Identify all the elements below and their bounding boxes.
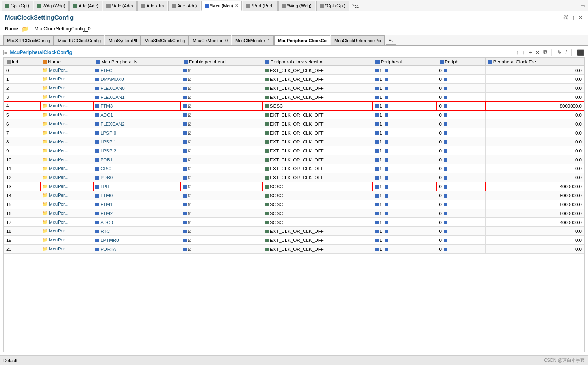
table-row[interactable]: 19📁McuPer...LPTMR0☑EXT_CLK_OR_CLK_OFF1 0… — [4, 236, 584, 245]
cell-enable[interactable]: ☑ — [181, 66, 263, 75]
col-header-clock-sel[interactable]: Peripheral clock selection — [263, 58, 373, 66]
cell-enable[interactable]: ☑ — [181, 155, 263, 164]
cell-enable[interactable]: ☑ — [181, 227, 263, 236]
table-row[interactable]: 12📁McuPer...PDB0☑EXT_CLK_OR_CLK_OFF1 0 0… — [4, 173, 584, 182]
cell-enable[interactable]: ☑ — [181, 93, 263, 102]
cell-peripheral-1: 1 — [373, 93, 437, 102]
tab-wdg[interactable]: Wdg (Wdg) — [34, 1, 69, 11]
inner-tab-overflow[interactable]: »2 — [386, 36, 396, 44]
data-table-wrapper[interactable]: Ind... Name Mcu Peripheral N... Enable p… — [3, 57, 585, 352]
tab-gpt2[interactable]: *Gpt (Gpt) — [316, 1, 349, 11]
cell-enable[interactable]: ☑ — [181, 75, 263, 84]
tab-pll[interactable]: McuSystemPll — [105, 35, 141, 45]
tab-monitor1[interactable]: McuClkMonitor_1 — [232, 35, 274, 45]
edit2-button[interactable]: / — [564, 49, 568, 56]
tab-port[interactable]: *Port (Port) — [243, 1, 278, 11]
cell-enable[interactable]: ☑ — [181, 236, 263, 245]
restore-icon[interactable]: ▭ — [580, 3, 585, 9]
move-up-button[interactable]: ↑ — [515, 49, 520, 56]
tab-reference[interactable]: McuClockReferencePoi — [331, 35, 385, 45]
cell-enable[interactable]: ☑ — [181, 191, 263, 200]
edit1-button[interactable]: ✎ — [556, 49, 563, 56]
table-row[interactable]: 10📁McuPer...PDB1☑EXT_CLK_OR_CLK_OFF1 0 0… — [4, 155, 584, 164]
add-button[interactable]: + — [527, 49, 532, 56]
top-tab-overflow[interactable]: »21 — [350, 2, 361, 9]
cell-clock-selection: SOSC — [263, 200, 373, 209]
table-row[interactable]: 8📁McuPer...LPSPI1☑EXT_CLK_OR_CLK_OFF1 0 … — [4, 137, 584, 146]
table-row[interactable]: 11📁McuPer...CRC☑EXT_CLK_OR_CLK_OFF1 0 0.… — [4, 164, 584, 173]
table-row[interactable]: 15📁McuPer...FTM1☑SOSC1 0 8000000.0 — [4, 200, 584, 209]
cell-clock-selection: EXT_CLK_OR_CLK_OFF — [263, 173, 373, 182]
cell-enable[interactable]: ☑ — [181, 182, 263, 191]
minimize-icon[interactable]: ─ — [575, 3, 579, 9]
cell-clock-selection: SOSC — [263, 191, 373, 200]
tab-wdg2[interactable]: *Wdg (Wdg) — [278, 1, 315, 11]
name-input[interactable] — [32, 25, 121, 33]
table-row[interactable]: 9📁McuPer...LPSPI2☑EXT_CLK_OR_CLK_OFF1 0 … — [4, 146, 584, 155]
cell-enable[interactable]: ☑ — [181, 128, 263, 137]
cell-peripheral-1: 1 — [373, 164, 437, 173]
tab-adc[interactable]: Adc (Adc) — [69, 1, 102, 11]
col-header-p1[interactable]: Peripheral ... — [373, 58, 437, 66]
table-row[interactable]: 16📁McuPer...FTM2☑SOSC1 0 8000000.0 — [4, 209, 584, 218]
table-row[interactable]: 17📁McuPer...ADC0☑SOSC1 0 4000000.0 — [4, 218, 584, 227]
delete-button[interactable]: ✕ — [534, 49, 541, 56]
col-header-index[interactable]: Ind... — [4, 58, 40, 66]
cell-enable[interactable]: ☑ — [181, 164, 263, 173]
tab-adc2[interactable]: *Adc (Adc) — [103, 1, 137, 11]
cell-enable[interactable]: ☑ — [181, 84, 263, 93]
table-row[interactable]: 14📁McuPer...FTM0☑SOSC1 0 8000000.0 — [4, 191, 584, 200]
tab-peripheral[interactable]: McuPeripheralClockCo — [274, 35, 330, 45]
cell-name: 📁McuPer... — [40, 119, 93, 128]
cell-clock-freq: 8000000.0 — [485, 102, 584, 111]
cell-enable[interactable]: ☑ — [181, 218, 263, 227]
link-icon[interactable]: @ — [563, 14, 569, 21]
table-row[interactable]: 5📁McuPer...ADC1☑EXT_CLK_OR_CLK_OFF1 0 0.… — [4, 111, 584, 119]
col-header-mcu[interactable]: Mcu Peripheral N... — [93, 58, 181, 66]
cell-enable[interactable]: ☑ — [181, 209, 263, 218]
cell-name: 📁McuPer... — [40, 102, 93, 111]
tab-monitor0[interactable]: McuClkMonitor_0 — [189, 35, 231, 45]
table-row[interactable]: 18📁McuPer...RTC☑EXT_CLK_OR_CLK_OFF1 0 0.… — [4, 227, 584, 236]
cell-enable[interactable]: ☑ — [181, 137, 263, 146]
table-row[interactable]: 0📁McuPer...FTFC☑EXT_CLK_OR_CLK_OFF1 0 0.… — [4, 66, 584, 75]
tab-firc[interactable]: McuFIRCClockConfig — [54, 35, 104, 45]
table-row[interactable]: 7📁McuPer...LPSPI0☑EXT_CLK_OR_CLK_OFF1 0 … — [4, 128, 584, 137]
cell-mcu-periph-name: RTC — [93, 227, 181, 236]
tab-adcxdm[interactable]: Adc.xdm — [137, 1, 167, 11]
col-header-p2[interactable]: Periph... — [437, 58, 485, 66]
cell-name: 📁McuPer... — [40, 137, 93, 146]
table-row[interactable]: 2📁McuPer...FLEXCAN0☑EXT_CLK_OR_CLK_OFF1 … — [4, 84, 584, 93]
cell-enable[interactable]: ☑ — [181, 200, 263, 209]
table-row[interactable]: 6📁McuPer...FLEXCAN2☑EXT_CLK_OR_CLK_OFF1 … — [4, 119, 584, 128]
tab-sim[interactable]: McuSIMClockConfig — [141, 35, 189, 45]
cell-peripheral-2: 0 — [437, 182, 485, 191]
up-icon[interactable]: ↑ — [572, 14, 575, 21]
table-row[interactable]: 3📁McuPer...FLEXCAN1☑EXT_CLK_OR_CLK_OFF1 … — [4, 93, 584, 102]
move-down-button[interactable]: ↓ — [521, 49, 526, 56]
tab-sirc[interactable]: McuSIRCClockConfig — [3, 35, 54, 45]
tab-mcu[interactable]: *Mcu (Mcu) ✕ — [201, 1, 241, 11]
close-icon[interactable]: ✕ — [578, 14, 583, 21]
tab-adc3[interactable]: Adc (Adc) — [168, 1, 200, 11]
table-row[interactable]: 20📁McuPer...PORTA☑EXT_CLK_OR_CLK_OFF1 0 … — [4, 245, 584, 254]
cell-name: 📁McuPer... — [40, 111, 93, 119]
table-row[interactable]: 1📁McuPer...DMAMUX0☑EXT_CLK_OR_CLK_OFF1 0… — [4, 75, 584, 84]
cell-enable[interactable]: ☑ — [181, 111, 263, 119]
copy-button[interactable]: ⧉ — [542, 49, 548, 56]
col-header-freq[interactable]: Peripheral Clock Fre... — [485, 58, 584, 66]
cell-index: 11 — [4, 164, 40, 173]
col-header-name[interactable]: Name — [40, 58, 93, 66]
tab-gpt[interactable]: Gpt (Gpt) — [2, 1, 33, 11]
table-row[interactable]: 13📁McuPer...LPIT☑SOSC1 0 4000000.0 — [4, 182, 584, 191]
folder-icon: 📁 — [22, 26, 28, 32]
col-header-enable[interactable]: Enable peripheral — [181, 58, 263, 66]
export-button[interactable]: ⬛ — [576, 49, 585, 56]
cell-enable[interactable]: ☑ — [181, 173, 263, 182]
cell-enable[interactable]: ☑ — [181, 119, 263, 128]
cell-enable[interactable]: ☑ — [181, 102, 263, 111]
table-row[interactable]: 4📁McuPer...FTM3☑SOSC1 0 8000000.0 — [4, 102, 584, 111]
cell-peripheral-1: 1 — [373, 200, 437, 209]
cell-enable[interactable]: ☑ — [181, 245, 263, 254]
cell-enable[interactable]: ☑ — [181, 146, 263, 155]
